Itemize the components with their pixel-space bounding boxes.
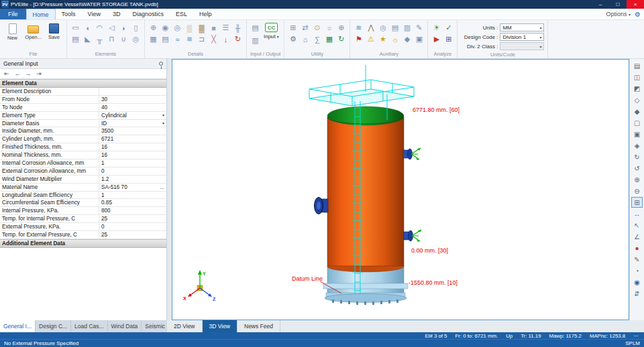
body-flange-icon[interactable]: ▤ [70, 34, 80, 44]
print-icon[interactable]: ▤ [631, 60, 643, 71]
property-value[interactable] [99, 88, 166, 95]
minimize-button[interactable]: – [592, 0, 609, 9]
leg-support-icon[interactable]: ╥ [95, 34, 105, 44]
wireframe-view-icon[interactable]: ◇ [631, 94, 643, 105]
annotate-icon[interactable]: ✎ [631, 254, 643, 265]
center-of-gravity-icon[interactable]: ⊙ [312, 23, 322, 33]
weld-seam-icon[interactable]: ╳ [209, 34, 219, 44]
property-value[interactable]: 25 [99, 231, 166, 238]
lug-support-icon[interactable]: ⊓ [107, 34, 117, 44]
output-file-icon[interactable]: ▥ [250, 36, 260, 46]
copy-image-icon[interactable]: ◫ [631, 72, 643, 82]
next-element-button[interactable]: → [23, 70, 33, 78]
elliptical-head-icon[interactable]: ◖ [83, 23, 93, 33]
seismic-data-icon[interactable]: ⋀ [366, 23, 376, 33]
tab-help[interactable]: Help [193, 9, 218, 19]
camera-icon[interactable]: ◉ [631, 277, 643, 287]
close-button[interactable]: × [627, 0, 644, 9]
zoom-tool-icon[interactable]: ⊕ [336, 23, 346, 33]
search-icon[interactable]: ○ [324, 23, 334, 33]
open-button[interactable]: Open... [24, 23, 42, 41]
wind-data-icon[interactable]: ≋ [354, 23, 364, 33]
heat-exchanger-icon[interactable]: ▤ [390, 23, 400, 33]
error-check-icon[interactable]: ✓ [443, 23, 453, 33]
tab-3d[interactable]: 3D [107, 9, 127, 19]
input-file-icon[interactable]: ▤ [250, 23, 260, 33]
property-value[interactable]: 0.85 [99, 199, 166, 206]
ring-detail-icon[interactable]: ◎ [172, 23, 182, 33]
save-button[interactable]: Save [45, 23, 63, 41]
diamond-icon[interactable]: ◆ [402, 34, 412, 44]
unit-convert-icon[interactable]: ⇄ [300, 23, 310, 33]
last-element-button[interactable]: ⇥ [34, 70, 44, 78]
tab-tools[interactable]: Tools [56, 9, 82, 19]
units-select[interactable]: MM▾ [500, 23, 544, 31]
flange-calc-icon[interactable]: ◎ [378, 23, 388, 33]
calculator-icon[interactable]: ⊞ [288, 23, 298, 33]
spherical-head-icon[interactable]: ◗ [119, 23, 129, 33]
flat-head-icon[interactable]: ▯ [131, 23, 141, 33]
options-button[interactable]: Options ▾ [606, 11, 631, 17]
grid-icon[interactable]: ▣ [414, 34, 424, 44]
vessel-3d-render[interactable]: 6771.80 mm. [60] 0.00 mm. [30] -1550.80 … [172, 60, 629, 320]
maximize-button[interactable]: □ [609, 0, 627, 9]
clip-icon[interactable]: ⊐ [197, 34, 207, 44]
manway-icon[interactable]: ◉ [160, 23, 170, 33]
analyze-run-icon[interactable]: ☀ [431, 23, 441, 33]
batch-run-icon[interactable]: ▶ [431, 34, 441, 44]
tab-home[interactable]: Home [26, 9, 56, 19]
panel-tab-wind-data[interactable]: Wind Data [108, 320, 142, 332]
saddle-support-icon[interactable]: ∪ [119, 34, 129, 44]
property-value[interactable]: 30 [99, 96, 166, 103]
property-value[interactable]: 1.2 [99, 176, 166, 183]
property-value[interactable]: 0 [99, 223, 166, 230]
cylindrical-shell-icon[interactable]: ▭ [70, 23, 80, 33]
halfpipe-jacket-icon[interactable]: ≋ [184, 34, 195, 44]
panel-tab-load-cas[interactable]: Load Cas... [71, 320, 107, 332]
tab-esl[interactable]: ESL [170, 9, 193, 19]
home-view-icon[interactable]: ⌂ [300, 34, 310, 44]
refresh-icon[interactable]: ↻ [336, 34, 346, 44]
chart-icon[interactable]: ▦ [324, 34, 334, 44]
zoom-in-icon[interactable]: ⊕ [631, 174, 643, 185]
prev-element-button[interactable]: ← [13, 70, 22, 78]
property-value[interactable]: ID▾ [99, 120, 166, 127]
property-value[interactable]: 1 [99, 159, 166, 167]
skirt-support-icon[interactable]: ◣ [83, 34, 93, 44]
platform-icon[interactable]: ☰ [221, 23, 231, 33]
results-icon[interactable]: ⊞ [443, 34, 453, 44]
ellipsis-button[interactable]: ... [160, 184, 164, 191]
property-value[interactable]: 6721 [99, 135, 166, 143]
solid-view-icon[interactable]: ◆ [631, 106, 643, 117]
property-value[interactable]: 16 [99, 151, 166, 159]
new-button[interactable]: New [3, 23, 21, 41]
pin-icon[interactable] [159, 62, 163, 66]
report-icon[interactable]: ▥ [402, 23, 412, 33]
tray-icon[interactable]: ▤ [160, 34, 170, 44]
force-load-icon[interactable]: ↓ [221, 34, 231, 44]
design-code-select[interactable]: Division 1▾ [500, 33, 544, 41]
warning-icon[interactable]: ⚠ [366, 34, 376, 44]
property-value[interactable]: 25 [99, 215, 166, 222]
front-view-icon[interactable]: ▢ [631, 117, 643, 128]
flag-icon[interactable]: ⚑ [354, 34, 364, 44]
settings-tool-icon[interactable]: ⚙ [288, 34, 298, 44]
first-element-button[interactable]: ⇤ [2, 70, 11, 78]
property-value[interactable]: 16 [99, 143, 166, 151]
iso-view-icon[interactable]: ◈ [631, 140, 643, 151]
input-button[interactable]: CCInput▾ [264, 23, 279, 46]
summation-icon[interactable]: ∑ [312, 34, 322, 44]
stiffening-ring-icon[interactable]: ◎ [131, 34, 141, 44]
node-labels-icon[interactable]: ● [631, 242, 643, 253]
property-value[interactable]: 3500 [99, 127, 166, 135]
view-tab-2d-view[interactable]: 2D View [167, 320, 203, 332]
notes-icon[interactable]: ✎ [414, 23, 424, 33]
property-value[interactable]: 1 [99, 192, 166, 199]
top-view-icon[interactable]: ▣ [631, 129, 643, 139]
tab-file[interactable]: File [0, 9, 26, 19]
panel-tab-design-c[interactable]: Design C... [36, 320, 71, 332]
moment-load-icon[interactable]: ↻ [233, 34, 243, 44]
property-value[interactable]: 0 [99, 167, 166, 175]
view-tab-news-feed[interactable]: News Feed [237, 320, 280, 332]
lining-icon[interactable]: ▓ [197, 23, 207, 33]
